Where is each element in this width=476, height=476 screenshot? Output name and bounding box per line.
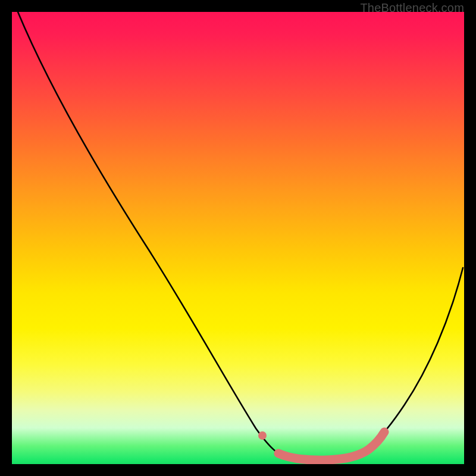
curve-line — [18, 12, 463, 458]
chart-svg — [12, 12, 464, 464]
chart-container: TheBottleneck.com — [0, 0, 476, 476]
highlight-dot-icon — [258, 431, 267, 440]
highlight-segment — [278, 432, 384, 460]
plot-area — [12, 12, 464, 464]
